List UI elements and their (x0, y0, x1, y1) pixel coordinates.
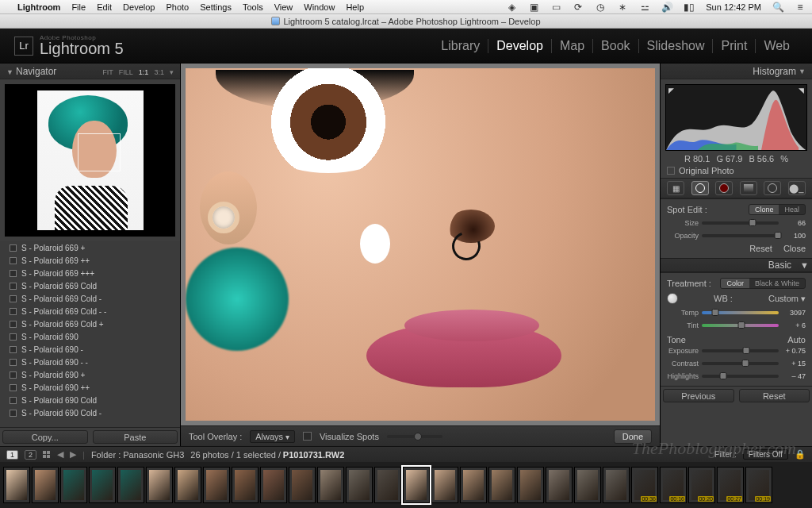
menu-window[interactable]: Window (304, 2, 335, 12)
menu-edit[interactable]: Edit (97, 2, 112, 12)
histogram[interactable]: ◤ ◥ (665, 84, 807, 151)
wb-dropper-icon[interactable] (667, 293, 678, 304)
nav-fwd-icon[interactable]: ▶ (70, 449, 76, 460)
timemachine-icon[interactable]: ◷ (595, 2, 606, 13)
visualize-slider[interactable] (387, 435, 442, 438)
grid-view-icon[interactable] (43, 451, 51, 459)
evernote-icon[interactable]: ▣ (528, 2, 539, 13)
treatment-color[interactable]: Color (721, 279, 749, 288)
opacity-slider[interactable] (702, 234, 779, 237)
filmstrip-thumb[interactable] (32, 467, 59, 503)
preset-item[interactable]: S - Polaroid 669 Cold + (0, 318, 180, 330)
menu-file[interactable]: File (71, 2, 86, 12)
module-print[interactable]: Print (713, 39, 756, 53)
main-window-toggle[interactable]: 1 (6, 450, 18, 460)
filmstrip-thumb[interactable] (574, 467, 601, 503)
gradient-tool[interactable] (740, 181, 757, 195)
filter-lock-icon[interactable]: 🔒 (795, 449, 806, 460)
nav-back-icon[interactable]: ◀ (57, 449, 63, 460)
histogram-header[interactable]: Histogram ▼ (661, 64, 812, 79)
preset-item[interactable]: S - Polaroid 669 +++ (0, 267, 180, 279)
wb-select[interactable]: Custom ▾ (768, 294, 806, 304)
filmstrip-thumb[interactable] (488, 467, 515, 503)
size-slider[interactable] (702, 221, 779, 225)
exposure-slider[interactable] (702, 349, 779, 352)
filmstrip-thumb[interactable] (60, 467, 87, 503)
filmstrip[interactable]: 00:3600:1600:2000:2700:19 (0, 462, 812, 508)
filmstrip-thumb[interactable] (289, 467, 316, 503)
redeye-tool[interactable] (715, 181, 733, 195)
filmstrip-thumb[interactable] (403, 467, 430, 503)
temp-slider[interactable] (702, 311, 779, 314)
module-map[interactable]: Map (552, 39, 593, 53)
filmstrip-thumb[interactable] (460, 467, 487, 503)
menu-help[interactable]: Help (346, 2, 364, 12)
filmstrip-thumb[interactable]: 00:16 (660, 467, 687, 503)
zoom-fill[interactable]: FILL (119, 68, 133, 76)
app-menu[interactable]: Lightroom (17, 2, 60, 12)
filmstrip-thumb[interactable] (146, 467, 173, 503)
zoom-1-1[interactable]: 1:1 (139, 68, 149, 76)
filmstrip-thumb[interactable] (374, 467, 401, 503)
disclose-icon[interactable]: ▼ (6, 68, 13, 76)
contrast-slider[interactable] (702, 362, 779, 365)
mac-menubar[interactable]: Lightroom File Edit Develop Photo Settin… (0, 0, 812, 14)
menu-develop[interactable]: Develop (123, 2, 155, 12)
battery-icon[interactable]: ▮▯ (684, 2, 695, 13)
spot-close[interactable]: Close (783, 244, 806, 253)
filmstrip-thumb[interactable] (546, 467, 573, 503)
module-slideshow[interactable]: Slideshow (639, 39, 714, 53)
menu-tools[interactable]: Tools (243, 2, 263, 12)
done-button[interactable]: Done (614, 429, 652, 444)
menu-view[interactable]: View (274, 2, 293, 12)
spot-clone[interactable]: Clone (749, 205, 779, 214)
preset-item[interactable]: S - Polaroid 690 (0, 330, 180, 343)
filter-select[interactable]: Filters Off (743, 449, 788, 460)
navigator-preview[interactable] (5, 84, 175, 237)
visualize-checkbox[interactable] (303, 432, 312, 441)
filmstrip-thumb[interactable] (603, 467, 630, 503)
module-web[interactable]: Web (756, 39, 798, 53)
navigator-header[interactable]: ▼ Navigator FIT FILL 1:1 3:1 ▾ (0, 64, 180, 79)
highlights-slider[interactable] (702, 375, 779, 378)
zoom-fit[interactable]: FIT (102, 68, 113, 76)
original-photo-toggle[interactable]: Original Photo (661, 164, 812, 178)
bluetooth-icon[interactable]: ∗ (617, 2, 628, 13)
filmstrip-thumb[interactable]: 00:27 (717, 467, 744, 503)
module-develop[interactable]: Develop (488, 39, 552, 53)
filmstrip-thumb[interactable] (431, 467, 458, 503)
sync-icon[interactable]: ⟳ (573, 2, 584, 13)
paste-button[interactable]: Paste (93, 430, 178, 444)
preset-item[interactable]: S - Polaroid 669 + (0, 241, 180, 254)
zoom-3-1[interactable]: 3:1 (154, 68, 164, 76)
image-canvas[interactable] (186, 68, 655, 421)
preset-item[interactable]: S - Polaroid 669 Cold - (0, 292, 180, 305)
preset-item[interactable]: S - Polaroid 690 Cold - (0, 406, 180, 419)
dropbox-icon[interactable]: ◈ (506, 2, 517, 13)
disclose-icon[interactable]: ▼ (799, 67, 806, 75)
auto-tone-button[interactable]: Auto (787, 335, 806, 344)
treatment-bw[interactable]: Black & White (749, 279, 805, 288)
radial-tool[interactable] (764, 181, 781, 195)
filmstrip-thumb[interactable]: 00:20 (688, 467, 715, 503)
filmstrip-thumb[interactable] (346, 467, 373, 503)
notifications-icon[interactable]: ≡ (795, 2, 806, 13)
brush-tool[interactable]: ⬤⎯ (788, 181, 806, 195)
spot-heal[interactable]: Heal (779, 205, 805, 214)
navigator-crop-box[interactable] (78, 133, 121, 171)
menu-photo[interactable]: Photo (166, 2, 189, 12)
clock[interactable]: Sun 12:42 PM (706, 2, 761, 12)
wifi-icon[interactable]: ⚍ (639, 2, 650, 13)
filmstrip-thumb[interactable] (174, 467, 201, 503)
filmstrip-thumb[interactable] (260, 467, 287, 503)
basic-header[interactable]: Basic ▼ (661, 258, 812, 272)
filmstrip-thumb[interactable] (317, 467, 344, 503)
preset-item[interactable]: S - Polaroid 690 + (0, 368, 180, 381)
preset-item[interactable]: S - Polaroid 690 Cold (0, 394, 180, 406)
heal-spot-overlay[interactable] (360, 224, 390, 264)
preset-item[interactable]: S - Polaroid 690 - (0, 343, 180, 356)
spotlight-icon[interactable]: 🔍 (772, 2, 783, 13)
filmstrip-thumb[interactable] (203, 467, 230, 503)
previous-button[interactable]: Previous (663, 389, 734, 402)
volume-icon[interactable]: 🔊 (661, 2, 672, 13)
